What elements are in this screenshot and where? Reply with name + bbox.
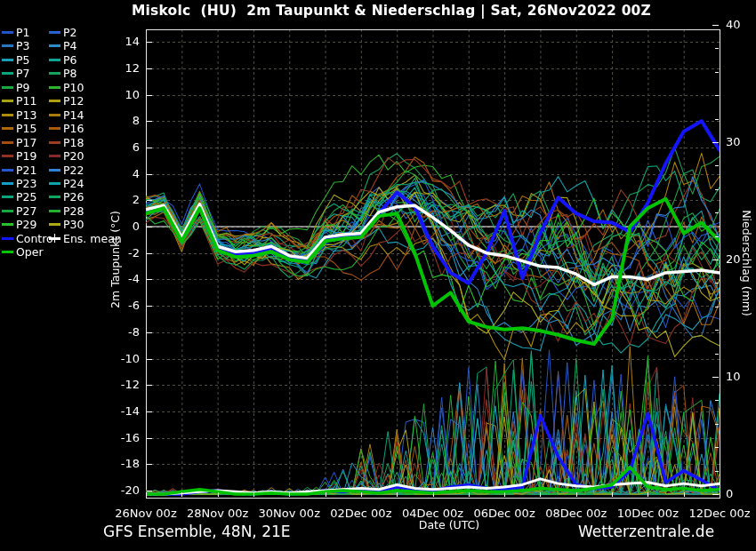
x-tick-label: 10Dec 00z	[617, 507, 679, 520]
y-right-tick-label: 0	[726, 487, 733, 501]
x-tick-label: 28Nov 00z	[187, 507, 248, 520]
legend-label: P9	[16, 81, 30, 94]
y-left-tick-label: 2	[111, 193, 140, 207]
y-left-tick-label: 8	[111, 114, 140, 128]
y-left-tick-label: -16	[111, 431, 140, 445]
legend-label: P25	[16, 190, 36, 204]
legend-label: P5	[16, 53, 30, 67]
y-left-axis-title: 2m Taupunkt (°C)	[109, 211, 122, 308]
legend-swatch-icon	[49, 72, 60, 75]
legend-item-p25: P25	[2, 191, 36, 204]
legend-item-p16: P16	[49, 123, 84, 135]
y-left-tick-label: -20	[111, 483, 140, 498]
legend-label: P26	[63, 190, 84, 204]
legend-swatch-icon	[49, 155, 60, 157]
legend-item-p2: P2	[49, 27, 77, 39]
legend-swatch-icon	[49, 210, 60, 212]
legend-item-p18: P18	[49, 137, 84, 149]
legend-swatch-icon	[2, 31, 13, 34]
legend-label: P24	[63, 177, 84, 190]
legend-swatch-icon	[2, 210, 13, 212]
x-tick-label: 06Dec 00z	[474, 507, 535, 520]
legend-swatch-icon	[49, 127, 60, 130]
legend-label: P1	[16, 26, 30, 39]
legend-item-p26: P26	[49, 191, 84, 204]
meteogram-page: Miskolc (HU) 2m Taupunkt & Niederschlag …	[0, 0, 756, 551]
x-tick-label: 26Nov 00z	[115, 507, 176, 520]
legend-swatch-icon	[49, 114, 60, 116]
y-right-tick-label: 20	[726, 252, 741, 267]
legend-label: P16	[63, 122, 84, 135]
legend-swatch-icon	[2, 196, 13, 198]
legend-swatch-icon	[49, 59, 60, 61]
legend-label: P10	[63, 81, 84, 94]
legend-item-p10: P10	[49, 82, 84, 94]
legend-swatch-icon	[2, 223, 13, 226]
y-left-tick-label: -14	[111, 404, 140, 419]
legend-item-p11: P11	[2, 95, 36, 108]
legend-label: P27	[16, 204, 36, 218]
legend-swatch-icon	[49, 44, 60, 47]
legend-swatch-icon	[49, 169, 60, 172]
y-right-axis-title: Niederschlag (mm)	[740, 210, 753, 316]
legend-item-p4: P4	[49, 40, 77, 52]
y-left-tick-label: 10	[111, 88, 140, 102]
legend-label: P3	[16, 39, 30, 52]
x-tick-label: 02Dec 00z	[330, 507, 391, 520]
y-left-tick-label: 4	[111, 167, 140, 181]
legend-item-p3: P3	[2, 40, 30, 52]
legend-label: P28	[63, 204, 84, 218]
legend-swatch-icon	[2, 155, 13, 157]
y-left-tick-label: 6	[111, 140, 140, 155]
legend-item-p7: P7	[2, 68, 30, 80]
footer-brand: Wetterzentrale.de	[578, 523, 714, 540]
legend-item-p12: P12	[49, 95, 84, 108]
legend-label: P29	[16, 218, 36, 231]
legend-item-p30: P30	[49, 219, 84, 231]
y-left-tick-label: 14	[111, 35, 140, 49]
legend-label: Oper	[16, 245, 44, 259]
legend-item-p23: P23	[2, 178, 36, 190]
legend-swatch-icon	[2, 86, 13, 89]
legend-label: P12	[63, 94, 84, 108]
legend-swatch-icon	[2, 237, 13, 240]
legend-label: P18	[63, 136, 84, 149]
legend-item-control: Control	[2, 233, 56, 245]
y-left-tick-label: 12	[111, 61, 140, 76]
y-right-tick-label: 40	[726, 18, 741, 32]
legend-swatch-icon	[2, 114, 13, 116]
legend-label: P8	[63, 67, 77, 80]
legend-label: P30	[63, 218, 84, 231]
legend-label: P14	[63, 108, 84, 122]
legend-swatch-icon	[2, 169, 13, 172]
legend-swatch-icon	[2, 100, 13, 102]
y-right-tick-label: 30	[726, 135, 741, 149]
y-left-tick-label: -18	[111, 457, 140, 471]
y-right-tick-label: 10	[726, 370, 741, 384]
y-left-tick-label: -8	[111, 325, 140, 339]
legend-item-p22: P22	[49, 164, 84, 177]
footer-model-info: GFS Ensemble, 48N, 21E	[103, 523, 291, 540]
legend-item-p20: P20	[49, 150, 84, 163]
legend-swatch-icon	[49, 100, 60, 102]
legend-item-p21: P21	[2, 164, 36, 177]
legend-item-p5: P5	[2, 54, 30, 67]
legend-item-p6: P6	[49, 54, 77, 67]
legend-swatch-icon	[49, 196, 60, 198]
legend-item-p27: P27	[2, 205, 36, 218]
page-title: Miskolc (HU) 2m Taupunkt & Niederschlag …	[132, 3, 651, 19]
y-left-tick-label: -12	[111, 378, 140, 392]
legend-swatch-icon	[2, 72, 13, 75]
legend-label: P23	[16, 177, 36, 190]
legend-label: P22	[63, 164, 84, 177]
legend-label: P15	[16, 122, 36, 135]
legend-label: P6	[63, 53, 77, 67]
legend-swatch-icon	[2, 59, 13, 61]
legend-swatch-icon	[49, 237, 60, 240]
legend-item-p9: P9	[2, 82, 30, 94]
legend-label: P2	[63, 26, 77, 39]
x-tick-label: 30Nov 00z	[259, 507, 320, 520]
legend-item-p19: P19	[2, 150, 36, 163]
legend-item-p8: P8	[49, 68, 77, 80]
legend-swatch-icon	[2, 44, 13, 47]
